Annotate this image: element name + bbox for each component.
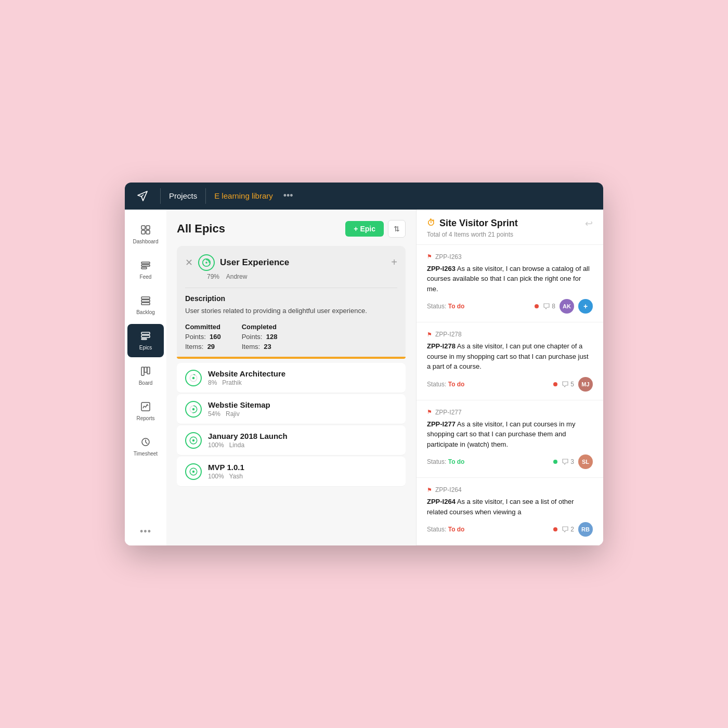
epic-list-info: Website Architecture 8% Prathik — [208, 369, 397, 386]
nav-more-button[interactable]: ••• — [283, 190, 293, 201]
svg-point-19 — [205, 262, 207, 264]
story-text: ZPP-I263 As a site visitor, I can browse… — [427, 264, 593, 294]
epic-list-name: January 2018 Launch — [208, 432, 397, 440]
svg-rect-2 — [141, 230, 145, 234]
sprint-subtitle: Total of 4 Items worth 21 points — [427, 231, 585, 238]
sprint-icon: ⏱ — [427, 218, 435, 228]
story-id-inline: ZPP-I277 — [427, 420, 456, 428]
epic-close-button[interactable]: ✕ — [185, 257, 193, 268]
epic-list-icon — [185, 401, 202, 418]
epics-header: All Epics + Epic ⇅ — [177, 220, 406, 238]
epic-list-item[interactable]: Webstie Sitemap 54% Rajiv — [177, 394, 406, 424]
nav-projects-label[interactable]: Projects — [169, 191, 197, 200]
sidebar-item-feed[interactable]: Feed — [127, 253, 164, 287]
story-avatar: AK — [560, 299, 574, 314]
completed-points-value: 128 — [266, 333, 278, 341]
expanded-epic-title-row: ✕ User Experience — [185, 254, 289, 271]
sort-button[interactable]: ⇅ — [388, 220, 406, 238]
add-member-button[interactable]: + — [578, 299, 593, 314]
completed-points-label: Points: — [242, 333, 263, 341]
story-card[interactable]: ⚑ ZPP-I278 ZPP-I278 As a site visitor, I… — [417, 322, 603, 400]
completed-label: Completed — [242, 323, 278, 331]
story-card[interactable]: ⚑ ZPP-I277 ZPP-I277 As a site visitor, I… — [417, 400, 603, 478]
story-status-dot — [553, 527, 557, 531]
epic-list-name: Webstie Sitemap — [208, 400, 397, 409]
story-avatar: RB — [578, 522, 593, 537]
story-flag-icon: ⚑ — [427, 253, 432, 260]
sidebar-item-backlog[interactable]: Backlog — [127, 289, 164, 322]
svg-rect-11 — [141, 335, 150, 337]
svg-rect-10 — [141, 332, 150, 334]
committed-points-row: Points: 160 — [185, 333, 221, 341]
epics-panel: All Epics + Epic ⇅ ✕ — [166, 210, 416, 546]
sidebar-item-timesheet[interactable]: Timesheet — [127, 430, 164, 463]
epic-list-item[interactable]: Website Architecture 8% Prathik — [177, 363, 406, 393]
svg-point-31 — [192, 471, 195, 473]
epics-title: All Epics — [177, 222, 225, 236]
sidebar-item-board[interactable]: Board — [127, 359, 164, 393]
app-window: Projects E learning library ••• Dashboar… — [125, 183, 603, 546]
committed-items-row: Items: 29 — [185, 343, 221, 350]
epic-list: Website Architecture 8% Prathik Webstie … — [177, 363, 406, 487]
completed-points-row: Points: 128 — [242, 333, 278, 341]
epic-list-item[interactable]: January 2018 Launch 100% Linda — [177, 425, 406, 456]
story-status-value: To do — [448, 458, 465, 465]
svg-rect-6 — [141, 267, 147, 269]
add-epic-button[interactable]: + Epic — [345, 221, 384, 237]
story-id: ZPP-I278 — [435, 331, 462, 338]
story-status-value: To do — [448, 303, 465, 310]
story-footer: Status: To do 8 AK + — [427, 299, 593, 314]
sidebar: Dashboard Feed — [125, 210, 166, 546]
story-card[interactable]: ⚑ ZPP-I264 ZPP-I264 As a site visitor, I… — [417, 478, 603, 545]
board-icon — [140, 366, 151, 378]
epic-list-meta: 100% Linda — [208, 441, 397, 449]
story-comments: 5 — [562, 381, 574, 388]
story-status: Status: To do — [427, 381, 464, 388]
svg-rect-14 — [145, 367, 147, 372]
sidebar-backlog-label: Backlog — [136, 309, 155, 315]
story-status-dot — [553, 460, 557, 464]
reports-icon — [140, 401, 151, 413]
story-text: ZPP-I264 As a site visitor, I can see a … — [427, 497, 593, 517]
sprint-title-text: Site Visitor Sprint — [439, 218, 518, 229]
story-footer: Status: To do 2 RB — [427, 522, 593, 537]
story-id-inline: ZPP-I264 — [427, 498, 456, 505]
svg-rect-0 — [141, 226, 145, 229]
epic-list-info: Webstie Sitemap 54% Rajiv — [208, 400, 397, 418]
nav-project-name[interactable]: E learning library — [214, 191, 273, 200]
committed-items-label: Items: — [185, 343, 203, 350]
story-status: Status: To do — [427, 458, 464, 465]
story-comments: 3 — [562, 458, 574, 465]
timesheet-icon — [140, 437, 151, 449]
epic-bottom-bar — [177, 357, 406, 359]
sidebar-item-epics[interactable]: Epics — [127, 324, 164, 357]
story-id-row: ⚑ ZPP-I264 — [427, 486, 593, 493]
sidebar-board-label: Board — [139, 380, 153, 386]
sidebar-feed-label: Feed — [140, 274, 152, 280]
svg-point-22 — [192, 377, 195, 380]
sidebar-dashboard-label: Dashboard — [133, 239, 159, 244]
epic-description-section: Description User stories related to prov… — [185, 288, 397, 316]
epic-list-item[interactable]: MVP 1.0.1 100% Yash — [177, 457, 406, 487]
expanded-epic-add-button[interactable]: + — [391, 256, 397, 268]
sidebar-item-dashboard[interactable]: Dashboard — [127, 218, 164, 251]
sidebar-more-button[interactable]: ••• — [140, 526, 151, 537]
epic-list-info: MVP 1.0.1 100% Yash — [208, 463, 397, 480]
expanded-epic-owner: Andrew — [226, 273, 248, 280]
epic-list-icon — [185, 432, 202, 449]
epic-description-text: User stories related to providing a deli… — [185, 306, 397, 316]
committed-label: Committed — [185, 323, 221, 331]
svg-rect-7 — [141, 297, 150, 299]
story-status: Status: To do — [427, 303, 464, 310]
epic-list-name: MVP 1.0.1 — [208, 463, 397, 472]
sprint-close-button[interactable]: ↩ — [585, 218, 593, 229]
expanded-epic-card: ✕ User Experience + 79% — [177, 246, 406, 359]
epic-list-meta: 100% Yash — [208, 473, 397, 480]
committed-points-value: 160 — [210, 333, 221, 341]
story-footer: Status: To do 5 MJ — [427, 377, 593, 392]
story-actions: 2 RB — [553, 522, 593, 537]
story-card[interactable]: ⚑ ZPP-I263 ZPP-I263 As a site visitor, I… — [417, 245, 603, 323]
sidebar-item-reports[interactable]: Reports — [127, 395, 164, 428]
story-id-inline: ZPP-I263 — [427, 265, 456, 272]
epic-list-icon — [185, 370, 202, 386]
